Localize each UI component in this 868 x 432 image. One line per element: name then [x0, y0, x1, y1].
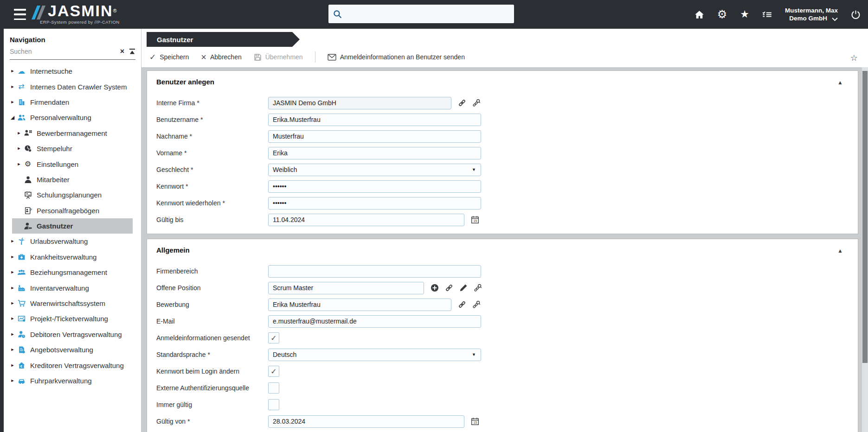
favorite-star-icon[interactable]: ☆ — [850, 54, 858, 62]
nachname-input[interactable] — [268, 130, 481, 143]
send-login-info-button[interactable]: Anmeldeinformationen an Benutzer senden — [328, 53, 465, 61]
expand-arrow-icon[interactable]: ► — [8, 286, 17, 290]
expand-arrow-icon[interactable]: ► — [8, 348, 17, 352]
expand-arrow-icon[interactable]: ► — [8, 332, 17, 337]
sidebar-item-fuhrparkverwaltung[interactable]: ► Fuhrparkverwaltung — [4, 373, 141, 388]
tab-gastnutzer[interactable]: Gastnutzer — [147, 32, 300, 47]
standardsprache-select[interactable]: Deutsch ▼ — [268, 349, 481, 361]
sidebar-item-angebotsverwaltung[interactable]: ► Angebotsverwaltung — [4, 342, 141, 357]
sidebar-item-kreditoren-vertragsverwaltung[interactable]: ► € Kreditoren Vertragsverwaltung — [4, 357, 141, 373]
expand-arrow-icon[interactable]: ► — [8, 239, 17, 243]
scrollbar-thumb[interactable] — [862, 71, 868, 363]
star-icon[interactable]: ★ — [740, 9, 749, 19]
sidebar-search[interactable]: × — [10, 48, 135, 60]
sidebar-item-mitarbeiter[interactable]: Mitarbeiter — [4, 172, 141, 187]
expand-arrow-icon[interactable]: ► — [8, 85, 17, 89]
calendar-icon[interactable]: 15 — [471, 417, 479, 426]
time-clock-icon — [23, 145, 32, 153]
link-icon[interactable] — [458, 99, 466, 107]
collapse-section-icon[interactable]: ▲ — [837, 79, 843, 86]
gear-icon[interactable]: ⚙ — [717, 9, 727, 20]
expand-arrow-icon[interactable]: ► — [8, 100, 17, 104]
geschlecht-select[interactable]: Weiblich ▼ — [268, 164, 481, 176]
gueltig-von-input[interactable] — [268, 415, 464, 428]
firmenbereich-input[interactable] — [268, 265, 481, 278]
vorname-input[interactable] — [268, 147, 481, 159]
sidebar-search-input[interactable] — [10, 48, 116, 55]
externe-authentifizierungsquelle-checkbox[interactable] — [268, 382, 279, 394]
expand-arrow-icon[interactable]: ► — [15, 146, 23, 151]
user-menu[interactable]: Mustermann, Max Demo GmbH — [785, 6, 838, 22]
link-icon[interactable] — [458, 300, 466, 309]
apply-button[interactable]: Übernehmen — [254, 53, 303, 61]
expand-arrow-icon[interactable]: ► — [8, 363, 17, 368]
vertical-scrollbar[interactable] — [862, 67, 868, 432]
link-search-icon[interactable] — [472, 99, 481, 107]
edit-pencil-icon[interactable] — [459, 284, 468, 292]
hamburger-menu-icon[interactable] — [14, 9, 26, 20]
svg-text:€: € — [20, 364, 22, 368]
sidebar-item-personalfrageboegen[interactable]: ? Personalfragebögen — [4, 203, 141, 218]
expand-arrow-icon[interactable]: ► — [15, 162, 23, 166]
expand-arrow-icon[interactable]: ► — [8, 301, 17, 305]
calendar-icon[interactable]: 15 — [471, 216, 479, 224]
sidebar-item-gastnutzer[interactable]: Gastnutzer — [12, 218, 133, 234]
section-benutzer-anlegen: Benutzer anlegen ▲ Interne Firma * Benut… — [147, 70, 858, 234]
expand-arrow-icon[interactable]: ► — [15, 131, 23, 135]
immer-gueltig-checkbox[interactable] — [268, 399, 279, 410]
gueltig-bis-input[interactable] — [268, 214, 464, 226]
sidebar-item-einstellungen[interactable]: ► ⚙ Einstellungen — [4, 156, 141, 172]
add-icon[interactable] — [431, 284, 439, 292]
benutzername-input[interactable] — [268, 114, 481, 126]
svg-text:?: ? — [29, 207, 32, 211]
person-clock-icon — [17, 330, 26, 338]
collapse-section-icon[interactable]: ▲ — [837, 248, 843, 254]
field-label: Firmenbereich — [156, 267, 268, 275]
kennwort-input[interactable] — [268, 180, 481, 193]
link-search-icon[interactable] — [472, 300, 481, 309]
expand-arrow-icon[interactable]: ► — [8, 317, 17, 321]
factory-icon — [17, 284, 26, 292]
sidebar-item-schulungsplanungen[interactable]: Schulungsplanungen — [4, 187, 141, 203]
sidebar-item-internetsuche[interactable]: ► ☁ Internetsuche — [4, 64, 141, 79]
expand-arrow-icon[interactable]: ► — [8, 255, 17, 259]
global-search-input[interactable] — [346, 10, 509, 18]
sidebar-item-urlaubsverwaltung[interactable]: ► Urlaubsverwaltung — [4, 234, 141, 249]
kennwort-wiederholen-input[interactable] — [268, 197, 481, 210]
home-euro-icon: € — [17, 361, 26, 369]
collapse-arrow-icon[interactable]: ◢ — [8, 115, 17, 120]
kennwort-aendern-checkbox[interactable]: ✓ — [268, 366, 279, 377]
clear-search-icon[interactable]: × — [120, 48, 124, 55]
global-search[interactable] — [328, 5, 514, 23]
sidebar-item-crawler-system[interactable]: ► ⇄ Internes Daten Crawler System — [4, 79, 141, 94]
expand-arrow-icon[interactable]: ► — [8, 270, 17, 274]
save-button[interactable]: ✓ Speichern — [149, 53, 189, 61]
link-search-icon[interactable] — [474, 284, 482, 292]
sidebar-item-krankheitsverwaltung[interactable]: ► Krankheitsverwaltung — [4, 249, 141, 265]
sidebar-item-firmendaten[interactable]: ► Firmendaten — [4, 95, 141, 110]
sidebar-item-personalverwaltung[interactable]: ◢ Personalverwaltung — [4, 110, 141, 125]
sidebar-item-stempeluhr[interactable]: ► Stempeluhr — [4, 141, 141, 156]
sidebar-item-bewerbermanagement[interactable]: ► Bewerbermanagement — [4, 126, 141, 141]
svg-text:15: 15 — [473, 219, 477, 222]
power-icon[interactable] — [851, 10, 861, 19]
expand-arrow-icon[interactable]: ► — [8, 69, 17, 73]
offene-position-input[interactable] — [268, 282, 424, 294]
sidebar-item-warenwirtschaftssystem[interactable]: ► Warenwirtschaftssystem — [4, 296, 141, 311]
cart-icon — [17, 299, 26, 308]
sidebar-item-debitoren-vertragsverwaltung[interactable]: ► Debitoren Vertragsverwaltung — [4, 327, 141, 342]
sidebar-item-beziehungsmanagement[interactable]: ► Beziehungsmanagement — [4, 265, 141, 280]
sidebar-item-projekt-ticketverwaltung[interactable]: ► Projekt-/Ticketverwaltung — [4, 311, 141, 326]
link-icon[interactable] — [445, 284, 453, 292]
email-input[interactable] — [268, 315, 481, 328]
anmeldeinformationen-gesendet-checkbox[interactable]: ✓ — [268, 332, 279, 343]
field-label: Vorname * — [156, 149, 268, 157]
cancel-button[interactable]: × Abbrechen — [201, 52, 241, 62]
home-icon[interactable] — [694, 10, 704, 19]
collapse-all-icon[interactable] — [129, 48, 135, 55]
tasklist-icon[interactable] — [762, 11, 772, 19]
interne-firma-input[interactable] — [268, 97, 451, 109]
sidebar-item-inventarverwaltung[interactable]: ► Inventarverwaltung — [4, 280, 141, 295]
bewerbung-input[interactable] — [268, 299, 451, 311]
expand-arrow-icon[interactable]: ► — [8, 379, 17, 383]
